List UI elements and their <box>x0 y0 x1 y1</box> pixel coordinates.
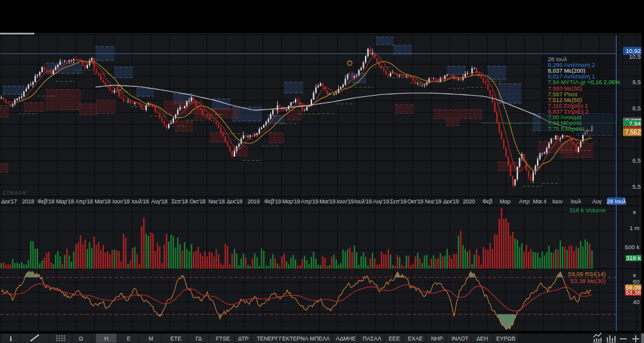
svg-text:318 k Volume: 318 k Volume <box>569 207 606 214</box>
svg-text:Απρ'18: Απρ'18 <box>75 198 93 205</box>
svg-text:2019: 2019 <box>248 198 260 205</box>
svg-text:Αυγ: Αυγ <box>592 198 602 205</box>
svg-text:Σεπ'19: Σεπ'19 <box>390 198 406 205</box>
svg-text:ZTRADE: ZTRADE <box>3 190 27 196</box>
svg-text:i: i <box>10 335 12 342</box>
svg-text:ΕΕΕ: ΕΕΕ <box>389 335 400 342</box>
svg-text:Μαι'18: Μαι'18 <box>95 198 111 205</box>
svg-text:ΑΔΜΗΕ: ΑΔΜΗΕ <box>336 335 355 342</box>
svg-text:Ιουν'18: Ιουν'18 <box>113 198 130 205</box>
svg-text:Μαι'19: Μαι'19 <box>320 198 336 205</box>
svg-text:Νοε'19: Νοε'19 <box>425 198 441 205</box>
svg-text:ΜΠΕΛΑ: ΜΠΕΛΑ <box>310 335 329 342</box>
svg-text:Ε: Ε <box>127 335 131 342</box>
svg-text:Ιουλ: Ιουλ <box>571 198 582 205</box>
svg-text:Η: Η <box>104 335 108 342</box>
svg-text:53,38 Με(30): 53,38 Με(30) <box>571 277 606 284</box>
svg-text:Μαρ'18: Μαρ'18 <box>56 198 74 205</box>
svg-text:60: 60 <box>633 278 640 285</box>
svg-text:2020: 2020 <box>463 198 475 205</box>
svg-text:Ιουλ'19: Ιουλ'19 <box>355 198 372 205</box>
svg-text:9,5: 9,5 <box>633 78 641 85</box>
svg-text:ΕΤΕ: ΕΤΕ <box>170 335 181 342</box>
svg-text:Δεκ'17: Δεκ'17 <box>1 198 17 205</box>
svg-text:ΓΔ: ΓΔ <box>196 335 202 342</box>
svg-text:10,5: 10,5 <box>629 53 641 60</box>
svg-text:Αυγ'19: Αυγ'19 <box>373 198 389 205</box>
svg-text:Δεκ'19: Δεκ'19 <box>443 198 459 205</box>
svg-text:28 Ιουλ: 28 Ιουλ <box>606 198 626 205</box>
svg-text:318 k: 318 k <box>626 254 641 261</box>
svg-text:Απρ'19: Απρ'19 <box>301 198 318 205</box>
svg-text:1 m: 1 m <box>629 224 640 231</box>
svg-text:500 k: 500 k <box>625 244 640 251</box>
svg-text:Σεπ'18: Σεπ'18 <box>171 198 188 205</box>
svg-text:59,09 RSI(14): 59,09 RSI(14) <box>568 270 606 277</box>
svg-text:7,75 Ελάχιστο: 7,75 Ελάχιστο <box>548 126 584 132</box>
svg-text:ΕΥΡΩΒ: ΕΥΡΩΒ <box>496 335 515 342</box>
svg-text:×: × <box>633 209 636 216</box>
svg-text:Νοε'18: Νοε'18 <box>208 198 225 205</box>
svg-text:FTSE: FTSE <box>216 335 231 342</box>
svg-text:Φεβ'18: Φεβ'18 <box>38 198 55 205</box>
svg-text:ΓΕΚΤΕΡΝΑ: ΓΕΚΤΕΡΝΑ <box>279 335 308 342</box>
svg-text:53,38: 53,38 <box>626 289 641 296</box>
svg-text:Μαι 4: Μαι 4 <box>533 198 547 205</box>
svg-text:Μ: Μ <box>148 335 153 342</box>
svg-text:Οκτ'19: Οκτ'19 <box>407 198 423 205</box>
svg-text:Ιουν: Ιουν <box>552 198 563 205</box>
svg-text:5,5: 5,5 <box>633 183 641 190</box>
svg-text:ΤΕΝΕΡΓ: ΤΕΝΕΡΓ <box>257 335 278 342</box>
svg-text:Ιουν'19: Ιουν'19 <box>337 198 354 205</box>
svg-text:2018: 2018 <box>22 198 34 205</box>
svg-text:6,5: 6,5 <box>633 157 641 164</box>
svg-text:Δεκ'18: Δεκ'18 <box>227 198 243 205</box>
svg-text:Αυγ'18: Αυγ'18 <box>151 198 168 205</box>
svg-text:Μαρ: Μαρ <box>500 198 511 205</box>
svg-text:Οκτ'18: Οκτ'18 <box>189 198 205 205</box>
svg-text:Φεβ'19: Φεβ'19 <box>264 198 282 205</box>
svg-text:8,5: 8,5 <box>633 105 641 112</box>
svg-text:ΔΤΡ: ΔΤΡ <box>238 335 249 342</box>
svg-text:Ιουλ'18: Ιουλ'18 <box>132 198 149 205</box>
svg-text:ΔΕΗ: ΔΕΗ <box>476 335 488 342</box>
svg-text:ΕΧΑΕ: ΕΧΑΕ <box>408 335 423 342</box>
svg-text:40: 40 <box>633 298 640 305</box>
svg-text:7,562: 7,562 <box>625 129 641 136</box>
svg-text:ΠΑΣΑΛ: ΠΑΣΑΛ <box>362 335 382 342</box>
svg-text:ΝΗΡ: ΝΗΡ <box>431 335 443 342</box>
svg-text:Μαρ'19: Μαρ'19 <box>282 198 300 205</box>
svg-text:Ω: Ω <box>79 335 83 342</box>
svg-text:Απρ: Απρ <box>519 198 530 205</box>
svg-text:ΙΝΛΟΤ: ΙΝΛΟΤ <box>452 335 469 342</box>
svg-text:Φεβ: Φεβ <box>482 198 492 205</box>
